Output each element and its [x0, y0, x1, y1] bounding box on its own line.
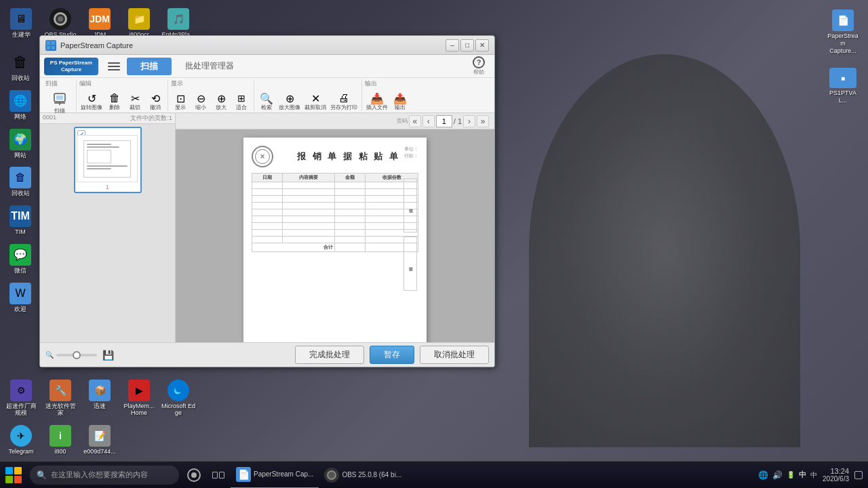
- bottom-icon-edge[interactable]: 📦 迅速: [81, 377, 118, 420]
- desktop: 🖥 生建华 OBS Studio JDM JDM 📁 i800ocr 🎵 EnM…: [0, 0, 868, 488]
- taskbar-clock[interactable]: 13:24 2020/6/3: [823, 467, 849, 483]
- fitview-label: 显示: [175, 105, 186, 110]
- recycle-label: 回收站: [12, 75, 30, 82]
- doc-table: 日期 内容摘要 金额 收据份数: [252, 173, 418, 252]
- desktop-icon-website[interactable]: 🌍 网站: [2, 126, 39, 162]
- multitask-button[interactable]: [206, 462, 231, 489]
- desktop-icon-tim[interactable]: TIM TIM: [2, 203, 39, 239]
- save-button[interactable]: 暂存: [370, 346, 414, 364]
- cancel-crop-btn[interactable]: ✕ 裁剪取消: [303, 91, 328, 111]
- tab-scan[interactable]: 扫描: [127, 58, 172, 75]
- undo-btn[interactable]: ⟲ 撤消: [146, 91, 165, 111]
- clock-time: 13:24: [830, 467, 849, 475]
- minimize-button[interactable]: –: [446, 39, 459, 52]
- help-button[interactable]: ? 帮助: [473, 56, 485, 76]
- bottom-icon-telegram[interactable]: ✈ Telegram: [3, 422, 39, 458]
- network-sys-icon[interactable]: 🌐: [758, 470, 768, 480]
- taskbar-search[interactable]: 🔍 在这里输入你想要搜索的内容: [30, 466, 179, 485]
- thumbnail-item-1[interactable]: ✓ 1: [74, 127, 142, 193]
- zoom-slider[interactable]: [56, 354, 97, 357]
- insert-file-label: 插入文件: [366, 105, 388, 110]
- scan-group-icons: 扫描: [50, 89, 69, 115]
- zoomout-icon: ⊖: [197, 92, 205, 105]
- output-btn[interactable]: 📤 输出: [391, 91, 410, 111]
- bottom-icon-softmgr[interactable]: 🔧 迷光软件管家: [42, 377, 79, 420]
- taskbar-item-obs[interactable]: OBS 25.0.8 (64 bi...: [319, 462, 407, 489]
- output-label: 输出: [395, 105, 406, 110]
- cell-8-1: [252, 230, 283, 237]
- rotate-btn[interactable]: ↺ 旋转图像: [79, 91, 104, 111]
- start-sq-4: [14, 476, 22, 483]
- start-button[interactable]: [0, 462, 27, 489]
- enmp3-icon: 🎵: [167, 8, 189, 30]
- desktop-icon-network[interactable]: 🌐 网络: [2, 87, 39, 123]
- crop-btn[interactable]: ✂ 裁切: [125, 91, 144, 111]
- volume-icon[interactable]: 🔊: [772, 470, 783, 480]
- thumbnail-panel: 0001 文件中的页数:1 ✓: [40, 113, 176, 342]
- nav-next[interactable]: ›: [463, 115, 475, 127]
- thumbnail-image: [77, 135, 138, 182]
- menu-hamburger[interactable]: [106, 59, 121, 74]
- i800-label: i800: [54, 448, 66, 455]
- desktop-icon-paperstream[interactable]: 📄 PaperStreamCapture...: [825, 7, 861, 57]
- battery-icon[interactable]: 🔋: [787, 471, 795, 479]
- doc-meta: 单位： 付款：: [404, 146, 418, 159]
- app-window: PaperStream Capture – □ ✕ PS PaperStream…: [39, 35, 495, 367]
- preview-container: 页码 « ‹ / 1 › »: [176, 113, 494, 342]
- desktop-icon-shenjianhua[interactable]: 🖥 生建华: [3, 5, 39, 41]
- taskbar-search-icon: 🔍: [37, 470, 47, 480]
- tab-batch[interactable]: 批处理管理器: [174, 58, 245, 75]
- save-icon-btn[interactable]: 💾: [102, 350, 114, 361]
- nav-first[interactable]: «: [409, 115, 421, 127]
- cortana-dot: [191, 472, 197, 478]
- search-group-icons: 🔍 检索 ⊕ 放大图像 ✕ 裁剪取消 🖨 另存为打印: [257, 91, 359, 111]
- cortana-button[interactable]: [182, 462, 206, 489]
- scan-btn[interactable]: 扫描: [50, 89, 69, 115]
- playmem-label: PlayMem... Home: [122, 403, 156, 418]
- taskbar-item-paperstream[interactable]: 📄 PaperStream Cap...: [231, 462, 319, 489]
- doc-seal: ×: [252, 146, 273, 167]
- cancel-batch-button[interactable]: 取消批处理: [420, 346, 489, 364]
- zoomout-btn[interactable]: ⊖ 缩小: [191, 91, 210, 111]
- crop-icon: ✂: [131, 92, 140, 105]
- magnify-btn[interactable]: ⊕ 放大图像: [277, 91, 302, 111]
- bottom-icon-microsoft-edge[interactable]: Microsoft Edge: [160, 377, 197, 420]
- nav-prev[interactable]: ‹: [422, 115, 435, 127]
- notification-button[interactable]: [854, 471, 863, 479]
- desktop-icon-recycle[interactable]: 🗑 回收站: [2, 49, 39, 85]
- delete-btn[interactable]: 🗑 删除: [105, 91, 124, 111]
- desktop-icon-welcome[interactable]: W 欢迎: [2, 280, 39, 316]
- toolbar-group-output: 输出 📥 插入文件 📤 输出: [362, 79, 412, 111]
- insert-file-btn[interactable]: 📥 插入文件: [365, 91, 389, 111]
- bottom-icon-e009d[interactable]: 📝 e009d744...: [81, 422, 118, 458]
- undo-icon: ⟲: [151, 92, 160, 105]
- svg-rect-3: [52, 46, 55, 49]
- cell-7-2: [282, 223, 335, 230]
- desktop-icon-recycle2[interactable]: 🗑 回收站: [2, 164, 39, 200]
- search-btn[interactable]: 🔍 检索: [257, 91, 276, 111]
- print-btn[interactable]: 🖨 另存为打印: [329, 91, 359, 111]
- fitall-btn[interactable]: ⊞ 适合: [232, 91, 251, 111]
- ime-indicator[interactable]: 中: [799, 470, 806, 480]
- thumbnail-scroll[interactable]: ✓ 1: [40, 124, 175, 342]
- microsoft-edge-icon: [167, 380, 189, 401]
- bottom-icon-playmem[interactable]: ▶ PlayMem... Home: [121, 377, 157, 420]
- nav-page-input[interactable]: [436, 115, 452, 127]
- factory-icon: ⚙: [10, 380, 32, 401]
- bottom-icon-factory[interactable]: ⚙ 超速作厂商规模: [3, 377, 39, 420]
- page-info-bar: 0001 文件中的页数:1: [40, 113, 175, 124]
- scan-group-label: 扫描: [45, 79, 58, 88]
- desktop-icon-ps1ptval[interactable]: ■ PS1PTVAL...: [825, 65, 861, 107]
- bottom-icon-i800[interactable]: i i800: [42, 422, 79, 458]
- table-row-1: [252, 182, 418, 189]
- close-button[interactable]: ✕: [475, 39, 489, 52]
- playmem-icon: ▶: [128, 380, 150, 401]
- zoomin-btn[interactable]: ⊕ 放大: [212, 91, 231, 111]
- fitview-btn[interactable]: ⊡ 显示: [171, 91, 190, 111]
- desktop-icon-wechat[interactable]: 💬 微信: [2, 241, 39, 277]
- maximize-button[interactable]: □: [460, 39, 474, 52]
- complete-batch-button[interactable]: 完成批处理: [295, 346, 364, 364]
- paperstream-right-label: PaperStreamCapture...: [826, 33, 860, 54]
- svg-rect-1: [52, 41, 55, 45]
- nav-last[interactable]: »: [477, 115, 489, 127]
